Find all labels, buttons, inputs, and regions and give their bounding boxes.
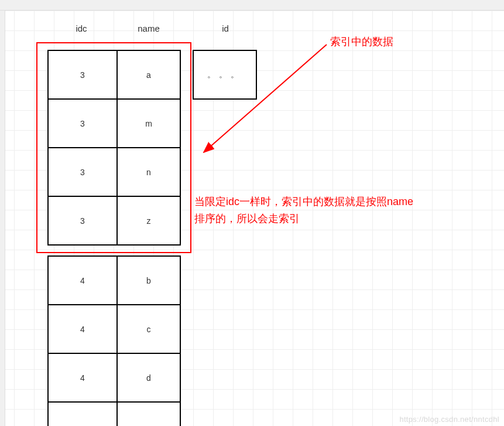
cell-idc-partial: [47, 401, 118, 426]
cell-idc-3: 3: [47, 196, 118, 246]
cell-idc-5: 4: [47, 304, 118, 354]
watermark: https://blog.csdn.net/nntcdhl: [399, 415, 499, 424]
cell-id-ellipsis: 。。。: [193, 50, 257, 100]
cell-name-4: b: [116, 255, 181, 305]
top-ruler: [0, 0, 504, 11]
annotation-top: 索引中的数据: [330, 33, 393, 50]
cell-idc-6: 4: [47, 353, 118, 403]
cell-name-2: n: [116, 147, 181, 197]
annotation-middle: 当限定idc一样时，索引中的数据就是按照name 排序的，所以会走索引: [194, 193, 493, 227]
cell-idc-4: 4: [47, 255, 118, 305]
left-ruler: [0, 11, 5, 426]
cell-name-5: c: [116, 304, 181, 354]
header-idc: idc: [70, 23, 93, 33]
cell-name-partial: [116, 401, 181, 426]
cell-idc-1: 3: [47, 98, 118, 148]
header-name: name: [134, 23, 163, 33]
cell-name-3: z: [116, 196, 181, 246]
cell-name-6: d: [116, 353, 181, 403]
header-id: id: [217, 23, 234, 33]
cell-idc-0: 3: [47, 50, 118, 100]
cell-name-0: a: [116, 50, 181, 100]
annotation-middle-line1: 当限定idc一样时，索引中的数据就是按照name: [194, 193, 493, 210]
cell-idc-2: 3: [47, 147, 118, 197]
cell-name-1: m: [116, 98, 181, 148]
annotation-middle-line2: 排序的，所以会走索引: [194, 210, 493, 227]
